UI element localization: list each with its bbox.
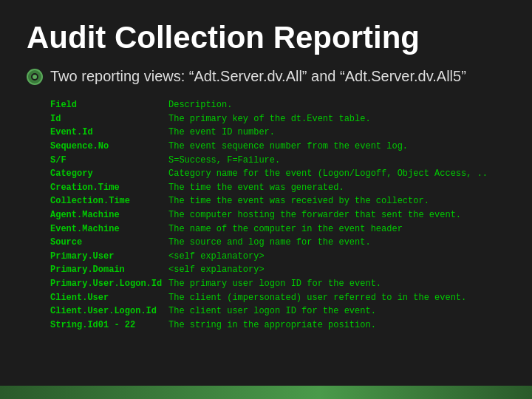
field-row: Creation.Time (50, 181, 168, 195)
field-row: Category (50, 167, 168, 181)
desc-row: The event ID number. (168, 126, 505, 140)
desc-row: The source and log name for the event. (168, 236, 505, 250)
field-row: Client.User.Logon.Id (50, 304, 168, 318)
bullet-inner (31, 73, 38, 81)
field-row: Source (50, 236, 168, 250)
field-row: Sequence.No (50, 140, 168, 154)
desc-row: The time the event was generated. (168, 181, 505, 195)
desc-row: Category name for the event (Logon/Logof… (168, 167, 505, 181)
subtitle-text: Two reporting views: “Adt.Server.dv.All”… (50, 68, 466, 85)
page-title: Audit Collection Reporting (27, 21, 505, 55)
desc-row: <self explanatory> (168, 263, 505, 277)
desc-row: The primary user logon ID for the event. (168, 277, 505, 291)
bullet-icon (27, 69, 43, 85)
field-row: Agent.Machine (50, 208, 168, 222)
field-row: Primary.User (50, 250, 168, 264)
field-row: Primary.User.Logon.Id (50, 277, 168, 291)
desc-row: The event sequence number from the event… (168, 140, 505, 154)
field-row: Event.Machine (50, 222, 168, 236)
slide: Audit Collection Reporting Two reporting… (0, 0, 532, 399)
field-row: Collection.Time (50, 194, 168, 208)
field-row: Id (50, 112, 168, 126)
desc-row: The time the event was received by the c… (168, 194, 505, 208)
fields-column: FieldIdEvent.IdSequence.NoS/FCategoryCre… (50, 98, 168, 332)
desc-row: <self explanatory> (168, 250, 505, 264)
field-row: Client.User (50, 291, 168, 305)
field-row: Field (50, 98, 168, 112)
field-row: Event.Id (50, 126, 168, 140)
bottom-bar (0, 386, 532, 399)
content-area: FieldIdEvent.IdSequence.NoS/FCategoryCre… (50, 98, 505, 332)
desc-column: Description.The primary key of the dt.Ev… (168, 98, 505, 332)
desc-row: The name of the computer in the event he… (168, 222, 505, 236)
desc-row: S=Success, F=Failure. (168, 154, 505, 168)
field-row: String.Id01 - 22 (50, 318, 168, 332)
desc-row: The client user logon ID for the event. (168, 304, 505, 318)
desc-row: The string in the appropriate position. (168, 318, 505, 332)
desc-row: The client (impersonated) user referred … (168, 291, 505, 305)
desc-row: The primary key of the dt.Event table. (168, 112, 505, 126)
field-row: S/F (50, 154, 168, 168)
desc-row: The computer hosting the forwarder that … (168, 208, 505, 222)
desc-row: Description. (168, 98, 505, 112)
subtitle-row: Two reporting views: “Adt.Server.dv.All”… (27, 68, 505, 85)
field-row: Primary.Domain (50, 263, 168, 277)
